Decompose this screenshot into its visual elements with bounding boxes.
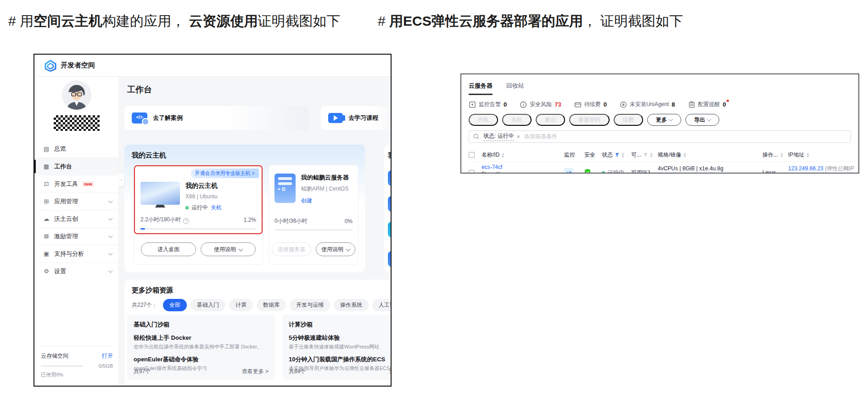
sidebar-item-devtools[interactable]: ⊡ 开发工具 new bbox=[34, 175, 118, 192]
tab-recycle-bin[interactable]: 回收站 bbox=[506, 82, 524, 95]
alarm-icon bbox=[469, 101, 476, 108]
avatar[interactable] bbox=[62, 80, 91, 110]
filter-placeholder: 添加筛选条件 bbox=[524, 133, 557, 140]
power-off-button[interactable]: 关机 bbox=[502, 114, 532, 126]
ecs-tabs: 云服务器 回收站 bbox=[461, 74, 858, 95]
filter-funnel-icon[interactable] bbox=[644, 153, 648, 157]
brand-title: 开发者空间 bbox=[61, 61, 95, 70]
status-filter-chip[interactable]: 状态: 运行中 bbox=[483, 132, 514, 141]
sidebar-item-settings[interactable]: ⚙ 设置 bbox=[34, 262, 118, 280]
help-icon[interactable] bbox=[183, 218, 189, 224]
cloud-host-card: 开通会员使用专业版主机 > 我的云主机 X86 | Ubuntu 运行中 bbox=[134, 165, 263, 265]
sort-icon[interactable] bbox=[806, 153, 809, 157]
tab-all[interactable]: 全部 bbox=[163, 299, 187, 311]
stat-uniagent-missing[interactable]: 未安装UniAgent 8 bbox=[620, 101, 675, 108]
sidebar-collapse-handle[interactable]: ‹ bbox=[119, 173, 124, 187]
heading-text: ， 证明截图如下 bbox=[583, 13, 683, 28]
tab-basics[interactable]: 基础入门 bbox=[190, 299, 225, 311]
stat-pending-renewal[interactable]: 待续费 0 bbox=[574, 101, 607, 108]
chevron-down-icon bbox=[346, 247, 351, 251]
tab-cloud-servers[interactable]: 云服务器 bbox=[469, 82, 493, 95]
monitoring-icon[interactable] bbox=[564, 168, 573, 174]
usage-guide-button[interactable]: 使用说明 bbox=[316, 242, 355, 256]
lab-link[interactable]: 轻松快速上手 Docker bbox=[134, 334, 269, 342]
sandbox-card-basics: 基础入门沙箱 轻松快速上手 Docker 在华为云欧拉操作系统的服务器实例中手工… bbox=[127, 315, 275, 380]
heading-bold: 用ECS弹性云服务器部署的应用 bbox=[389, 13, 583, 28]
tab-os[interactable]: 操作系统 bbox=[334, 299, 369, 311]
case-banner[interactable]: </> 去了解案例 bbox=[124, 106, 309, 130]
sidebar-item-wotu[interactable]: ☁ 沃土云创 bbox=[34, 210, 118, 227]
sidebar-item-overview[interactable]: ▤ 总览 bbox=[34, 140, 118, 157]
pro-upgrade-ribbon[interactable]: 开通会员使用专业版主机 > bbox=[191, 168, 259, 178]
lab-link[interactable]: 5分钟极速建站体验 bbox=[289, 334, 391, 342]
sidebar-item-workbench[interactable]: ▦ 工作台 bbox=[34, 157, 118, 175]
usage-percent: 0% bbox=[345, 218, 353, 225]
usage-hours: 0小时/36小时 bbox=[274, 217, 307, 225]
sidebar-item-label: 支持与分析 bbox=[54, 250, 84, 258]
app-icon[interactable] bbox=[388, 222, 391, 237]
gift-icon: ⊠ bbox=[43, 233, 50, 240]
cloud-storage-widget: 云存储空间 打开 0/5GB 已使用0% bbox=[41, 346, 113, 378]
enter-desktop-button[interactable]: 进入桌面 bbox=[141, 242, 196, 256]
tab-database[interactable]: 数据库 bbox=[257, 299, 286, 311]
lab-link[interactable]: 10分钟入门装载国产操作系统的ECS bbox=[289, 355, 391, 364]
security-shield-icon[interactable] bbox=[584, 168, 591, 174]
ip-cell: 123.249.66.23 (弹性公网IP 全动态BG... 192.168.0… bbox=[788, 165, 855, 174]
sort-icon[interactable] bbox=[780, 153, 783, 157]
tab-ai[interactable]: 人工智能 bbox=[372, 299, 391, 311]
monitor-illustration bbox=[140, 182, 180, 212]
search-filter-bar[interactable]: 状态: 运行中 × 添加筛选条件 bbox=[469, 130, 851, 143]
stat-config-alerts[interactable]: 配置提醒 0 bbox=[688, 101, 726, 108]
restart-button[interactable]: 重启 bbox=[536, 114, 565, 126]
sandbox-card-compute: 计算沙箱 5分钟极速建站体验 基于云服务快速体验搭建WordPress网站 10… bbox=[282, 315, 391, 380]
tab-compute[interactable]: 计算 bbox=[229, 299, 253, 311]
reset-password-button[interactable]: 重置密码 bbox=[569, 114, 610, 126]
app-icon[interactable] bbox=[388, 170, 391, 186]
remove-filter-icon[interactable]: × bbox=[517, 134, 520, 140]
storage-open-link[interactable]: 打开 bbox=[102, 352, 113, 360]
card-title: 计算沙箱 bbox=[289, 320, 391, 329]
app-icon[interactable] bbox=[388, 251, 391, 267]
course-banner[interactable]: 去学习课程 bbox=[321, 106, 391, 130]
power-on-button[interactable]: 开机 bbox=[469, 114, 498, 126]
connect-server-button[interactable]: 连接服务器 bbox=[272, 242, 311, 256]
renew-button[interactable]: 续费 bbox=[614, 114, 643, 126]
sort-icon[interactable] bbox=[502, 153, 504, 157]
banner-label: 去了解案例 bbox=[153, 114, 183, 122]
row-checkbox[interactable] bbox=[469, 170, 475, 174]
stat-monitor-alarms[interactable]: 监控告警 0 bbox=[469, 101, 507, 108]
select-all-checkbox[interactable] bbox=[469, 152, 475, 158]
right-heading: # 用ECS弹性云服务器部署的应用， 证明截图如下 bbox=[378, 12, 683, 31]
app-icon[interactable] bbox=[388, 196, 391, 212]
status-running-icon bbox=[602, 171, 605, 174]
sidebar-item-label: 开发工具 bbox=[54, 180, 78, 188]
stat-security-risks[interactable]: 安全风险 73 bbox=[520, 101, 561, 108]
view-more-link[interactable]: 查看更多 > bbox=[389, 368, 391, 376]
sort-icon[interactable] bbox=[622, 153, 624, 157]
more-button[interactable]: 更多 bbox=[647, 114, 681, 126]
export-button[interactable]: 导出 bbox=[685, 114, 719, 126]
sort-icon[interactable] bbox=[650, 153, 653, 157]
create-link[interactable]: 创建 bbox=[301, 197, 312, 205]
heading-bold: 云资源使用 bbox=[189, 13, 258, 28]
usage-hours: 2.2小时/180小时 bbox=[140, 216, 189, 224]
server-link[interactable]: ecs-74cf bbox=[482, 164, 564, 170]
view-more-link[interactable]: 查看更多 > bbox=[242, 368, 269, 376]
clipboard-icon bbox=[688, 101, 695, 108]
eip-link[interactable]: 123.249.66.23 bbox=[788, 165, 823, 172]
usage-guide-button[interactable]: 使用说明 bbox=[201, 242, 256, 256]
sidebar-item-incentive[interactable]: ⊠ 激励管理 bbox=[34, 227, 118, 245]
workbench-main: 工作台 </> 去了解案例 去学习课程 ‹ 我的云主机 开通会员使用专业版主机 … bbox=[119, 77, 391, 386]
sort-icon[interactable] bbox=[683, 153, 686, 157]
sidebar-item-support[interactable]: ▣ 支持与分析 bbox=[34, 245, 118, 262]
sidebar-item-label: 工作台 bbox=[54, 163, 72, 171]
tab-devops[interactable]: 开发与运维 bbox=[290, 299, 330, 311]
video-play-icon bbox=[328, 113, 343, 123]
lab-link[interactable]: openEuler基础命令体验 bbox=[134, 355, 269, 364]
sidebar-item-app-management[interactable]: ⊞ 应用管理 bbox=[34, 192, 118, 210]
shutdown-link[interactable]: 关机 bbox=[211, 204, 222, 212]
alert-dot bbox=[727, 100, 729, 102]
devspace-logo-icon bbox=[45, 60, 56, 72]
filter-funnel-icon[interactable] bbox=[615, 153, 619, 157]
apps-icon: ⊞ bbox=[43, 198, 50, 205]
